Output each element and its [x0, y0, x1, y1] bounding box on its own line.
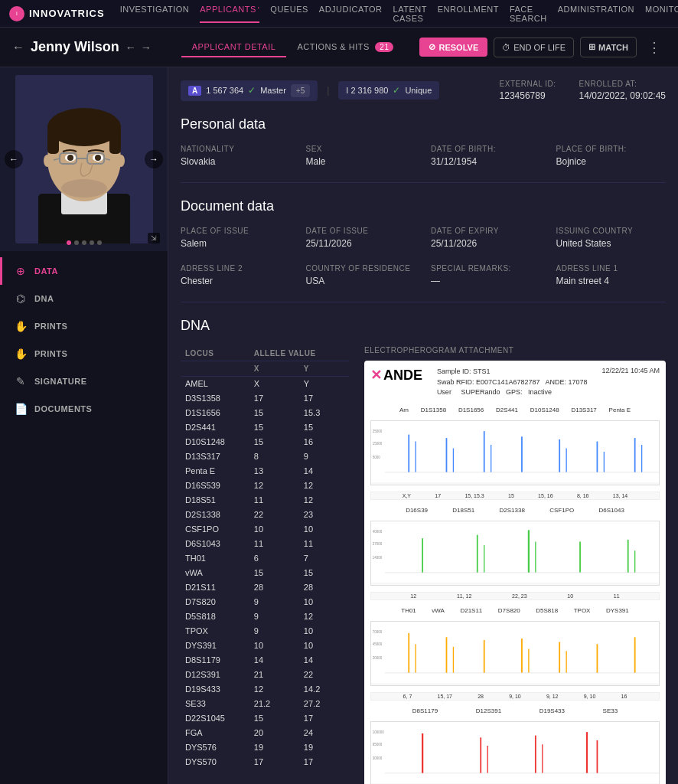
- primary-id-badge: A 1 567 364 ✓ Master +5: [181, 80, 318, 101]
- prev-arrow[interactable]: ←: [125, 41, 136, 54]
- dna-locus-0: AMEL: [181, 377, 249, 391]
- nav-latent-cases[interactable]: LATENT CASES: [393, 5, 427, 23]
- sidebar-nav: ⊕ DATA ⌬ DNA ✋ PRINTS ✋ PRINTS ✎ SIGNATU…: [0, 251, 168, 429]
- dna-locus-17: TPOX: [181, 624, 249, 639]
- photo-dot-4[interactable]: [90, 240, 94, 245]
- photo-dot-2[interactable]: [74, 240, 79, 245]
- dna-y-9: 23: [299, 508, 349, 522]
- nationality-value: Slovakia: [181, 156, 291, 167]
- master-label: Master: [260, 86, 286, 95]
- sidebar-item-documents[interactable]: 📄 DOCUMENTS: [0, 395, 168, 423]
- document-data-title: Document data: [181, 198, 666, 214]
- sidebar-item-dna[interactable]: ⌬ DNA: [0, 285, 168, 312]
- nav-administration[interactable]: ADMINISTRATION: [558, 5, 634, 23]
- dna-y-20: 22: [299, 668, 349, 682]
- nav-investigation[interactable]: INVESTIGATION: [120, 5, 190, 23]
- address-line1-field: ADRESS LINE 1 Main street 4: [556, 264, 667, 286]
- dna-x-6: 13: [249, 464, 299, 479]
- dob-value: 31/12/1954: [431, 156, 541, 167]
- dna-table-row: SE33 21.2 27.2: [181, 697, 349, 711]
- sidebar-label-data: DATA: [34, 266, 58, 276]
- nav-enrollment[interactable]: ENROLLMENT: [438, 5, 499, 23]
- external-id-label: EXTERNAL ID:: [500, 80, 556, 88]
- dna-table-row: D18S51 11 12: [181, 493, 349, 508]
- dna-x-10: 10: [249, 522, 299, 537]
- dna-col-empty: [181, 361, 249, 377]
- next-arrow[interactable]: →: [141, 41, 152, 54]
- more-button[interactable]: ⋮: [643, 39, 666, 56]
- electro-label: ELECTROPHEROGRAM ATTACHMENT: [364, 346, 666, 354]
- nav-queues[interactable]: QUEUES: [270, 5, 308, 23]
- photo-prev-button[interactable]: ←: [5, 150, 23, 168]
- date-of-issue-field: DATE OF ISSUE 25/11/2026: [306, 227, 416, 249]
- nav-face-search[interactable]: FACE SEARCH: [510, 5, 547, 23]
- sidebar-item-prints-2[interactable]: ✋ PRINTS: [0, 340, 168, 368]
- sample-id-label: Sample ID:: [437, 368, 471, 375]
- dna-table-row: FGA 20 24: [181, 726, 349, 740]
- dna-y-4: 16: [299, 435, 349, 449]
- dna-x-22: 21.2: [249, 697, 299, 711]
- electro-wrapper: ELECTROPHEROGRAM ATTACHMENT ✕ ANDE Sampl…: [364, 346, 666, 784]
- document-data-fields-1: PLACE OF ISSUE Salem DATE OF ISSUE 25/11…: [181, 227, 666, 249]
- svg-text:14000: 14000: [373, 555, 383, 559]
- enrolled-at-value: 14/02/2022, 09:02:45: [579, 90, 666, 101]
- personal-data-title: Personal data: [181, 116, 666, 132]
- nationality-field: NATIONALITY Slovakia: [181, 145, 291, 167]
- dna-x-11: 11: [249, 537, 299, 551]
- svg-text:5000: 5000: [373, 455, 380, 459]
- photo-next-button[interactable]: →: [145, 150, 163, 168]
- svg-text:25000: 25000: [373, 429, 383, 433]
- dna-locus-8: D18S51: [181, 493, 249, 508]
- dna-table-wrapper: LOCUS ALLELE VALUE X Y AMEL X: [181, 346, 349, 784]
- external-id-field: EXTERNAL ID: 123456789: [500, 80, 556, 101]
- info-bar: A 1 567 364 ✓ Master +5 | I 2 316 980 ✓ …: [181, 80, 666, 101]
- chart-1: 25000 15000 5000: [370, 420, 660, 485]
- dna-locus-5: D13S317: [181, 449, 249, 464]
- dna-x-4: 15: [249, 435, 299, 449]
- dna-locus-24: FGA: [181, 726, 249, 740]
- user-value: SUPERando: [461, 388, 500, 396]
- dna-x-23: 15: [249, 711, 299, 726]
- sidebar-item-signature[interactable]: ✎ SIGNATURE: [0, 368, 168, 395]
- dna-x-17: 9: [249, 624, 299, 639]
- tab-applicant-detail[interactable]: APPLICANT DETAIL: [181, 38, 287, 57]
- photo-dot-1[interactable]: [67, 240, 71, 245]
- dna-y-6: 14: [299, 464, 349, 479]
- sidebar-item-prints-1[interactable]: ✋ PRINTS: [0, 312, 168, 340]
- end-life-icon: ⏱: [502, 43, 510, 52]
- dna-icon: ⌬: [15, 292, 27, 305]
- tab-actions-hits[interactable]: ACTIONS & HITS 21: [286, 38, 404, 57]
- dna-table-row: D16S539 12 12: [181, 479, 349, 493]
- photo-dot-3[interactable]: [82, 240, 86, 245]
- photo-dot-5[interactable]: [97, 240, 102, 245]
- nav-monitoring[interactable]: MONITORING: [645, 5, 678, 23]
- chart-3: 70000 45000 20000: [370, 621, 660, 686]
- unique-label: Unique: [405, 86, 432, 95]
- chart-4: 100000 65000 30000: [370, 721, 660, 785]
- dna-table-row: D3S1358 17 17: [181, 391, 349, 406]
- nav-applicants[interactable]: APPLICANTS: [200, 5, 259, 23]
- dna-y-19: 14: [299, 653, 349, 668]
- dna-y-12: 7: [299, 551, 349, 566]
- ande-value: 17078: [569, 378, 588, 386]
- nav-adjudicator[interactable]: ADJUDICATOR: [319, 5, 383, 23]
- end-of-life-button[interactable]: ⏱ END OF LIFE: [494, 38, 574, 57]
- match-button[interactable]: ⊞ MATCH: [580, 37, 637, 57]
- special-remarks-field: SPECIAL REMARKS: —: [431, 264, 541, 286]
- sidebar-item-data[interactable]: ⊕ DATA: [0, 257, 168, 285]
- user-label: User: [437, 388, 451, 396]
- personal-divider: [181, 182, 666, 183]
- dna-table-row: AMEL X Y: [181, 377, 349, 391]
- main-layout: ← → ⇲ ⊕ DATA ⌬ DNA ✋ PRINTS: [0, 67, 678, 784]
- dna-locus-11: D6S1043: [181, 537, 249, 551]
- svg-text:70000: 70000: [373, 629, 383, 633]
- back-button[interactable]: ←: [12, 41, 24, 54]
- dna-table-row: D10S1248 15 16: [181, 435, 349, 449]
- resolve-button[interactable]: ⊘ RESOLVE: [419, 38, 487, 57]
- chart-svg-3: 70000 45000 20000: [371, 622, 659, 683]
- dna-locus-4: D10S1248: [181, 435, 249, 449]
- nav-items: INVESTIGATION APPLICANTS QUEUES ADJUDICA…: [120, 5, 678, 23]
- dna-table-row: D8S1179 14 14: [181, 653, 349, 668]
- dna-locus-25: DYS576: [181, 740, 249, 755]
- dna-x-0: X: [249, 377, 299, 391]
